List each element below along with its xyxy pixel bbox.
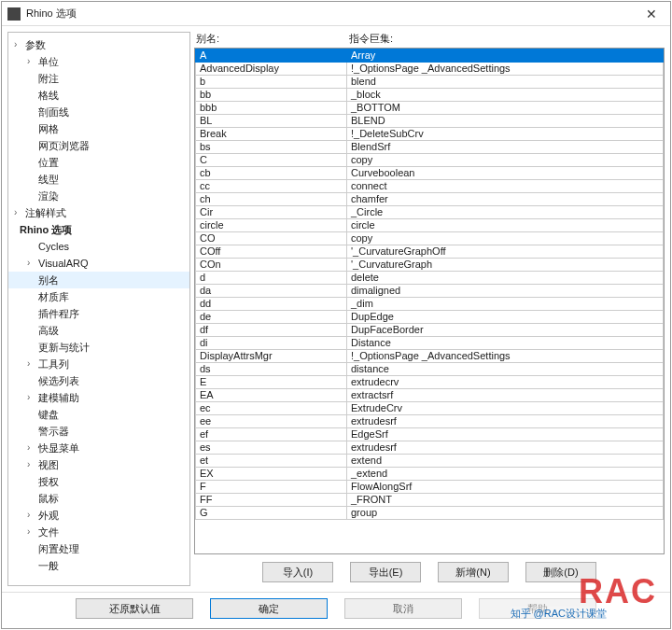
table-row[interactable]: chchamfer (196, 193, 664, 206)
alias-cell[interactable]: EA (196, 389, 347, 402)
cancel-button[interactable]: 取消 (344, 598, 462, 619)
tree-item[interactable]: 渲染 (8, 188, 189, 204)
tree-item[interactable]: 参数 (8, 36, 189, 53)
macro-cell[interactable]: copy (347, 232, 664, 245)
tree-item[interactable]: 视图 (8, 456, 189, 473)
macro-cell[interactable]: ExtrudeCrv (347, 402, 664, 415)
alias-cell[interactable]: EX (196, 468, 347, 481)
macro-cell[interactable]: circle (347, 219, 664, 232)
tree-item[interactable]: 剖面线 (8, 104, 189, 120)
macro-cell[interactable]: delete (347, 272, 664, 285)
table-row[interactable]: eeextrudesrf (196, 415, 664, 428)
tree-item[interactable]: 键盘 (8, 406, 189, 423)
table-row[interactable]: ccconnect (196, 180, 664, 193)
table-row[interactable]: COff'_CurvatureGraphOff (196, 245, 664, 259)
alias-cell[interactable]: da (196, 285, 347, 298)
table-row[interactable]: efEdgeSrf (196, 428, 664, 441)
tree-item[interactable]: 位置 (8, 154, 189, 171)
table-row[interactable]: DisplayAttrsMgr!_OptionsPage _AdvancedSe… (196, 350, 664, 363)
macro-cell[interactable]: BlendSrf (347, 141, 664, 154)
alias-cell[interactable]: Break (196, 128, 347, 141)
macro-cell[interactable]: extrudesrf (347, 415, 664, 428)
table-row[interactable]: esextrudesrf (196, 441, 664, 455)
new-button[interactable]: 新增(N) (438, 562, 509, 582)
table-row[interactable]: dadimaligned (196, 285, 664, 298)
restore-defaults-button[interactable]: 还原默认值 (76, 598, 193, 619)
table-row[interactable]: dd_dim (196, 298, 664, 311)
tree-item[interactable]: 网格 (8, 120, 189, 137)
macro-cell[interactable]: !_OptionsPage _AdvancedSettings (347, 350, 664, 363)
alias-cell[interactable]: cb (196, 167, 347, 180)
alias-cell[interactable]: de (196, 311, 347, 324)
macro-cell[interactable]: EdgeSrf (347, 428, 664, 441)
ok-button[interactable]: 确定 (210, 598, 328, 619)
table-row[interactable]: COn'_CurvatureGraph (196, 259, 664, 272)
alias-table-scroll[interactable]: AArrayAdvancedDisplay!_OptionsPage _Adva… (195, 49, 664, 553)
tree-item[interactable]: 更新与统计 (8, 339, 189, 356)
tree-item[interactable]: Rhino 选项 (8, 221, 189, 238)
alias-cell[interactable]: Cir (196, 206, 347, 219)
tree-item[interactable]: 工具列 (8, 356, 189, 372)
table-row[interactable]: Ggroup (196, 507, 664, 520)
macro-cell[interactable]: extrudecrv (347, 376, 664, 389)
tree-item[interactable]: 高级 (8, 322, 189, 339)
alias-cell[interactable]: A (196, 49, 347, 63)
alias-cell[interactable]: DisplayAttrsMgr (196, 350, 347, 363)
macro-cell[interactable]: dimaligned (347, 285, 664, 298)
macro-cell[interactable]: _block (347, 89, 664, 102)
alias-cell[interactable]: CO (196, 232, 347, 245)
macro-cell[interactable]: !_OptionsPage _AdvancedSettings (347, 63, 664, 76)
alias-cell[interactable]: es (196, 441, 347, 455)
macro-cell[interactable]: _dim (347, 298, 664, 311)
alias-cell[interactable]: G (196, 507, 347, 520)
table-row[interactable]: EX_extend (196, 468, 664, 481)
options-tree[interactable]: 参数单位附注格线剖面线网格网页浏览器位置线型渲染注解样式Rhino 选项Cycl… (7, 32, 190, 586)
macro-cell[interactable]: Array (347, 49, 664, 63)
tree-item[interactable]: 快显菜单 (8, 440, 189, 456)
table-row[interactable]: AArray (196, 49, 664, 63)
macro-cell[interactable]: FlowAlongSrf (347, 481, 664, 494)
macro-cell[interactable]: chamfer (347, 193, 664, 206)
table-row[interactable]: cbCurveboolean (196, 167, 664, 180)
alias-cell[interactable]: bs (196, 141, 347, 154)
tree-item[interactable]: 插件程序 (8, 305, 189, 322)
table-row[interactable]: AdvancedDisplay!_OptionsPage _AdvancedSe… (196, 63, 664, 76)
alias-cell[interactable]: dd (196, 298, 347, 311)
table-row[interactable]: bb_block (196, 89, 664, 102)
table-row[interactable]: dsdistance (196, 363, 664, 376)
import-button[interactable]: 导入(I) (262, 562, 333, 582)
macro-cell[interactable]: Curveboolean (347, 167, 664, 180)
alias-cell[interactable]: bbb (196, 102, 347, 115)
tree-item[interactable]: 单位 (8, 53, 189, 70)
macro-cell[interactable]: DupFaceBorder (347, 324, 664, 337)
tree-item[interactable]: 外观 (8, 507, 189, 524)
table-row[interactable]: dfDupFaceBorder (196, 324, 664, 337)
table-row[interactable]: diDistance (196, 337, 664, 350)
alias-cell[interactable]: AdvancedDisplay (196, 63, 347, 76)
table-row[interactable]: circlecircle (196, 219, 664, 232)
macro-cell[interactable]: extrudesrf (347, 441, 664, 455)
table-row[interactable]: bsBlendSrf (196, 141, 664, 154)
macro-cell[interactable]: connect (347, 180, 664, 193)
alias-cell[interactable]: ds (196, 363, 347, 376)
close-button[interactable]: ✕ (633, 2, 670, 26)
table-row[interactable]: deDupEdge (196, 311, 664, 324)
macro-cell[interactable]: '_CurvatureGraph (347, 259, 664, 272)
table-row[interactable]: Cir_Circle (196, 206, 664, 219)
alias-cell[interactable]: cc (196, 180, 347, 193)
alias-cell[interactable]: E (196, 376, 347, 389)
alias-table[interactable]: AArrayAdvancedDisplay!_OptionsPage _Adva… (195, 49, 664, 520)
macro-cell[interactable]: Distance (347, 337, 664, 350)
alias-cell[interactable]: ec (196, 402, 347, 415)
table-row[interactable]: bblend (196, 76, 664, 89)
help-button[interactable]: 帮助 (479, 598, 596, 619)
table-row[interactable]: BLBLEND (196, 115, 664, 128)
table-row[interactable]: FF_FRONT (196, 494, 664, 507)
tree-item[interactable]: VisualARQ (8, 255, 189, 272)
tree-item[interactable]: 候选列表 (8, 372, 189, 389)
table-row[interactable]: FFlowAlongSrf (196, 481, 664, 494)
alias-cell[interactable]: b (196, 76, 347, 89)
alias-cell[interactable]: bb (196, 89, 347, 102)
tree-item[interactable]: 材质库 (8, 288, 189, 305)
alias-cell[interactable]: COff (196, 245, 347, 259)
